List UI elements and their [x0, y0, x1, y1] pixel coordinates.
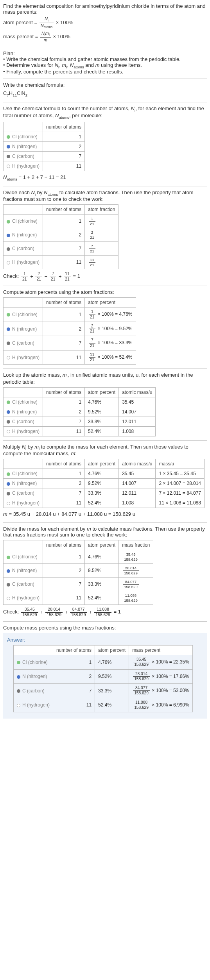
element-dot-icon [7, 556, 10, 559]
massfrac-table: number of atomsatom percentmass fraction… [3, 540, 153, 605]
chemical-formula: C7H11ClN2 [3, 89, 207, 98]
element-dot-icon [7, 356, 10, 359]
fraction: 35.45158.629 [123, 552, 139, 562]
element-dot-icon [7, 135, 10, 139]
element-label: C (carbon) [12, 490, 34, 496]
plan-bullet: • Determine values for Ni, mi, Natoms an… [3, 62, 207, 69]
table-row: H (hydrogen)1152.4%11.088158.629 [4, 591, 153, 605]
atompct-table: number of atomsatom percent Cl (chlorine… [3, 297, 136, 365]
element-label: C (carbon) [12, 246, 34, 251]
table-row: Cl (chlorine)1121 [4, 215, 118, 228]
element-label: H (hydrogen) [12, 595, 39, 601]
element-label: C (carbon) [12, 154, 34, 159]
massmul-table: number of atomsatom percentatomic mass/u… [3, 459, 205, 508]
table-row: N (nitrogen)2221 [4, 228, 118, 242]
element-label: H (hydrogen) [12, 259, 39, 265]
element-label: N (nitrogen) [22, 674, 47, 679]
count-section: Use the chemical formula to count the nu… [3, 106, 207, 182]
atomfrac-text: Divide each Ni by Natoms to calculate at… [3, 190, 207, 202]
table-row: H (hydrogen)111121 [4, 256, 118, 269]
table-row: H (hydrogen)1152.4%1.00811 × 1.008 = 11.… [4, 498, 205, 508]
table-row: C (carbon)733.3%12.0117 × 12.011 = 84.07… [4, 488, 205, 498]
element-label: H (hydrogen) [22, 702, 50, 708]
fraction: 35.45158.629 [21, 607, 38, 617]
divider [3, 286, 207, 286]
fraction: 1121 [89, 352, 95, 362]
table-row: H (hydrogen)111121 × 100% = 52.4% [4, 350, 136, 364]
massfrac-check: Check: 35.45158.629 + 28.014158.629 + 84… [3, 607, 207, 617]
element-dot-icon [7, 342, 10, 345]
table-row: Cl (chlorine)14.76%35.45 [4, 397, 156, 407]
answer-heading: Answer: [7, 637, 203, 643]
table-row: N (nitrogen)2 [4, 141, 85, 151]
mass-section: Look up the atomic mass, mi, in unified … [3, 372, 207, 436]
atomfrac-section: Divide each Ni by Natoms to calculate at… [3, 190, 207, 282]
element-label: C (carbon) [12, 419, 34, 424]
element-label: N (nitrogen) [12, 409, 37, 415]
element-dot-icon [7, 430, 10, 433]
element-label: Cl (chlorine) [12, 471, 38, 476]
table-row: C (carbon)733.3%84.077158.629 × 100% = 5… [14, 684, 193, 698]
fraction: 121 [89, 216, 95, 226]
element-label: H (hydrogen) [12, 500, 39, 506]
divider [3, 621, 207, 622]
element-dot-icon [7, 327, 10, 331]
plan-bullet: • Finally, compute the percents and chec… [3, 69, 207, 75]
element-label: N (nitrogen) [12, 144, 37, 149]
answer-box: Answer: number of atomsatom percentmass … [3, 633, 207, 719]
element-dot-icon [17, 689, 20, 693]
fraction: 721 [89, 338, 95, 348]
divider [3, 368, 207, 369]
element-label: Cl (chlorine) [12, 312, 38, 317]
element-label: C (carbon) [12, 581, 34, 587]
element-dot-icon [7, 420, 10, 424]
element-dot-icon [7, 155, 10, 158]
element-dot-icon [7, 569, 10, 573]
fraction: 11.088158.629 [133, 700, 150, 710]
table-row: N (nitrogen)29.52%28.014158.629 × 100% =… [14, 669, 193, 683]
table-row: Cl (chlorine)14.76%35.451 × 35.45 = 35.4… [4, 469, 205, 479]
table-row: Cl (chlorine)1 [4, 132, 85, 141]
fraction: 121 [89, 309, 95, 319]
massfrac-section: Divide the mass for each element by m to… [3, 526, 207, 617]
element-dot-icon [7, 401, 10, 404]
plan-section: Plan: • Write the chemical formula and g… [3, 50, 207, 75]
element-dot-icon [7, 145, 10, 148]
mass-text: Look up the atomic mass, mi, in unified … [3, 372, 207, 385]
table-row: Cl (chlorine)14.76%35.45158.629 [4, 550, 153, 564]
element-label: N (nitrogen) [12, 481, 37, 486]
table-row: N (nitrogen)2221 × 100% = 9.52% [4, 322, 136, 336]
element-label: Cl (chlorine) [22, 660, 48, 665]
divider [3, 522, 207, 523]
element-label: N (nitrogen) [12, 326, 37, 332]
massmul-section: Multiply Ni by mi to compute the mass fo… [3, 444, 207, 519]
element-label: N (nitrogen) [12, 232, 37, 238]
mass-table: number of atomsatom percentatomic mass/u… [3, 387, 156, 436]
formula-heading: Write the chemical formula: [3, 82, 207, 88]
atomfrac-check: Check: 121 + 221 + 721 + 1121 = 1 [3, 272, 207, 282]
table-row: N (nitrogen)29.52%14.0072 × 14.007 = 28.… [4, 479, 205, 488]
table-row: N (nitrogen)29.52%28.014158.629 [4, 564, 153, 578]
intro-section: Find the elemental composition for amino… [3, 3, 207, 43]
count-text: Use the chemical formula to count the nu… [3, 106, 207, 119]
fraction: 28.014158.629 [133, 672, 150, 681]
fraction: 28.014158.629 [45, 607, 63, 617]
element-label: C (carbon) [12, 340, 34, 346]
element-label: N (nitrogen) [12, 568, 37, 573]
table-row: N (nitrogen)29.52%14.007 [4, 407, 156, 417]
element-dot-icon [7, 234, 10, 237]
fraction: 221 [35, 272, 42, 282]
element-dot-icon [7, 583, 10, 587]
fraction: 11.088158.629 [123, 593, 139, 603]
divider [3, 79, 207, 79]
table-row: H (hydrogen)1152.4%1.008 [4, 426, 156, 436]
mass-percent-formula: mass percent = Nimi m × 100% [3, 31, 207, 43]
element-dot-icon [7, 472, 10, 476]
fraction: 1121 [89, 258, 95, 267]
intro-text: Find the elemental composition for amino… [3, 3, 207, 15]
element-dot-icon [17, 675, 20, 679]
table-row: H (hydrogen)1152.4%11.088158.629 × 100% … [14, 698, 193, 712]
count-table: number of atoms Cl (chlorine)1N (nitroge… [3, 122, 85, 171]
fraction: 121 [21, 272, 28, 282]
element-dot-icon [7, 502, 10, 505]
